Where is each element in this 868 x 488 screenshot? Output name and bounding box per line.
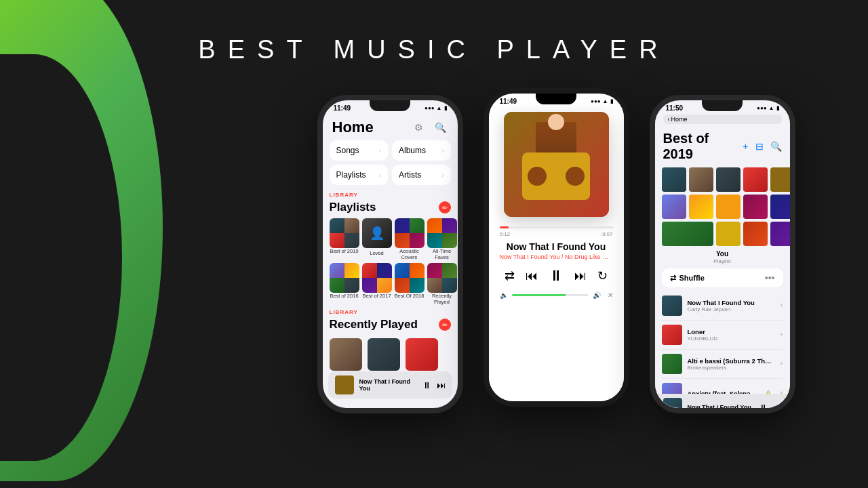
track-name-3: Alti e bassi (Suburra 2 Theme) (feat [688, 357, 775, 365]
track-item-4[interactable]: Anxiety (feat. Selena Gomez) 🔒 • [662, 379, 783, 394]
shuffle-label: Shuffle [679, 274, 705, 282]
track-more-2[interactable]: • [780, 330, 783, 340]
album-8[interactable] [716, 195, 741, 219]
add-icon[interactable]: + [743, 141, 748, 152]
track-more-4[interactable]: • [780, 388, 783, 394]
album-1[interactable] [662, 167, 686, 192]
album-3[interactable] [716, 167, 741, 192]
track-more-1[interactable]: • [780, 301, 783, 310]
playlist-item-loved[interactable]: 👤 Loved [362, 218, 392, 260]
playlist-name-best2019: Best of 2019 [330, 248, 358, 254]
filter-icon[interactable]: ⊟ [755, 141, 764, 152]
album-4[interactable] [743, 167, 768, 192]
more-icon[interactable]: ••• [765, 272, 775, 283]
playlist-grid-row1: Best of 2019 👤 Loved Acoustic Covers [323, 218, 458, 260]
playlist-thumb-best2017 [362, 263, 392, 293]
playlist-name-loved: Loved [370, 250, 383, 256]
phone-1: 11:49 ●●● ▲ ▮ Home ⚙ 🔍 Songs › Albums › [317, 95, 463, 413]
thumb-cell-4 [344, 233, 359, 248]
close-volume-icon[interactable]: ✕ [608, 291, 613, 299]
boombox-right-speaker [566, 167, 585, 186]
nav-playlists-arrow: › [379, 171, 381, 179]
playlist-item-faves[interactable]: All-Time Faves [427, 218, 457, 260]
album-2[interactable] [689, 167, 713, 192]
playlist-item-recent[interactable]: Recently Played [427, 263, 457, 305]
playlist-thumb-best2018 [395, 263, 425, 293]
album-6[interactable] [662, 195, 686, 219]
recently-played-title: Recently Played [330, 318, 418, 331]
playlist-thumb-best2016 [330, 263, 359, 293]
album-5[interactable] [770, 167, 795, 192]
album-12[interactable] [716, 222, 741, 246]
thumb-cell-22 [410, 263, 425, 278]
thumb-cell-28 [442, 278, 457, 293]
pause-control[interactable]: ⏸ [549, 267, 564, 285]
nav-playlists[interactable]: Playlists › [330, 165, 389, 185]
recently-played-badge: ✏ [439, 319, 451, 331]
volume-bar[interactable] [512, 294, 589, 296]
search-icon-3[interactable]: 🔍 [770, 141, 782, 152]
player-song-subtitle: Now That I Found You / No Drug Like Me -… [500, 253, 613, 260]
battery-icon: ▮ [444, 105, 447, 111]
search-icon[interactable]: 🔍 [433, 120, 448, 135]
phone1-notch [370, 100, 410, 111]
mini-next-icon[interactable]: ⏭ [437, 380, 446, 390]
album-13[interactable] [743, 222, 768, 246]
shuffle-button[interactable]: ⇄ Shuffle [670, 274, 705, 283]
album-10[interactable] [770, 195, 795, 219]
playlist-item-best2018[interactable]: Best Of 2018 [395, 263, 425, 305]
album-9[interactable] [743, 195, 768, 219]
home-header: Home ⚙ 🔍 [323, 113, 458, 140]
repeat-control[interactable]: ↻ [597, 268, 608, 283]
playlist-item-best2019[interactable]: Best of 2019 [330, 218, 359, 260]
recent-item-2[interactable] [368, 338, 400, 371]
album-7[interactable] [689, 195, 713, 219]
nav-albums[interactable]: Albums › [392, 140, 451, 161]
settings-icon[interactable]: ⚙ [412, 120, 427, 135]
phone3-mini-player: Now That I Found You ⏸ ⏭ [655, 394, 790, 413]
mini-pause-icon[interactable]: ⏸ [422, 380, 431, 390]
mini-controls-3: ⏸ ⏭ [759, 403, 782, 413]
playlist-name-recent: Recently Played [427, 293, 457, 305]
playlist-grid-row2: Best of 2016 Best of 2017 Best O [323, 263, 458, 305]
thumb-cell-21 [395, 263, 410, 278]
player-song-title: Now That I Found You [500, 241, 613, 252]
nav-songs[interactable]: Songs › [330, 140, 389, 161]
nav-artists[interactable]: Artists › [392, 165, 451, 185]
recent-item-3[interactable] [406, 338, 438, 371]
thumb-cell-18 [377, 263, 392, 278]
thumb-cell-19 [362, 278, 377, 293]
recently-played-row [323, 336, 458, 373]
mini-next-3[interactable]: ⏭ [773, 403, 782, 413]
progress-bar[interactable] [500, 226, 613, 228]
track-info-2: Loner YUNGBLUD [688, 328, 775, 342]
track-item-1[interactable]: Now That I Found You Carly Rae Jepsen • [662, 291, 783, 321]
volume-control: 🔈 🔊 ✕ [500, 291, 613, 299]
playlist-item-acoustic[interactable]: Acoustic Covers [395, 218, 425, 260]
playlist-item-best2016[interactable]: Best of 2016 [330, 263, 359, 305]
back-button[interactable]: ‹ Home [663, 115, 782, 124]
next-control[interactable]: ⏭ [574, 269, 587, 283]
track-item-3[interactable]: Alti e bassi (Suburra 2 Theme) (feat Bro… [662, 350, 783, 379]
thumb-cell-5 [395, 218, 410, 233]
track-thumb-1 [662, 296, 682, 316]
track-item-2[interactable]: Loner YUNGBLUD • [662, 321, 783, 350]
shuffle-control[interactable]: ⇄ [505, 268, 515, 283]
nav-artists-arrow: › [441, 171, 443, 179]
mini-pause-3[interactable]: ⏸ [759, 403, 768, 413]
album-11[interactable] [662, 222, 713, 246]
album-14[interactable] [770, 222, 795, 246]
prev-control[interactable]: ⏮ [526, 269, 538, 283]
recent-item-1[interactable] [330, 338, 362, 371]
thumb-cell-9 [427, 218, 442, 233]
nav-albums-arrow: › [441, 147, 443, 155]
thumb-cell-7 [395, 233, 410, 248]
signal-icon: ●●● [425, 105, 435, 111]
playlists-header: Playlists ✏ [323, 199, 458, 218]
nav-albums-label: Albums [399, 146, 426, 155]
album-grid [655, 167, 790, 246]
mini-title-3: Now That I Found You [688, 404, 753, 411]
track-thumb-4 [662, 383, 682, 394]
playlist-item-best2017[interactable]: Best of 2017 [362, 263, 392, 305]
track-more-3[interactable]: • [780, 359, 783, 369]
